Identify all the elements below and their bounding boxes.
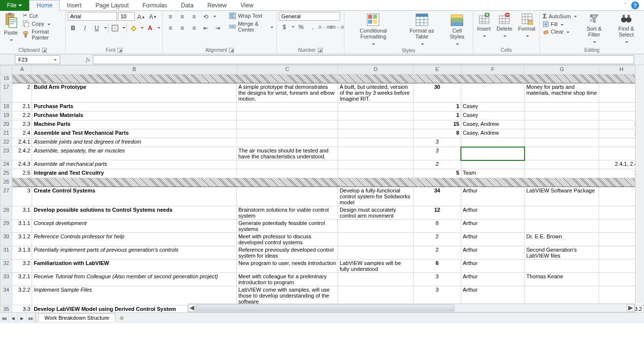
cell-F34[interactable]: Arthur	[461, 286, 525, 305]
cell-B29[interactable]: Concept development	[32, 220, 237, 233]
cell-F32[interactable]: Arthur	[461, 260, 525, 273]
cell-C31[interactable]: Reference previously developed control s…	[236, 246, 338, 260]
cell-A17[interactable]: 2	[12, 83, 32, 103]
cell-E27[interactable]: 34	[414, 187, 461, 206]
shrink-font-button[interactable]: A▼	[148, 12, 158, 22]
row-header[interactable]: 28	[0, 206, 12, 220]
cell-D32[interactable]: LabVIEW samples will be fully understood	[338, 260, 414, 273]
paste-button[interactable]: Paste	[2, 12, 20, 43]
cell-D30[interactable]	[338, 233, 414, 246]
cell-G30[interactable]: Dr. E.E. Brown	[525, 233, 599, 246]
cell-G19[interactable]	[525, 112, 599, 120]
cell-E17[interactable]: 30	[414, 83, 461, 103]
cell-G25[interactable]	[525, 169, 599, 178]
last-sheet-button[interactable]: ⏭	[27, 313, 36, 323]
row-header[interactable]: 32	[0, 260, 12, 273]
cell-G28[interactable]	[525, 206, 599, 220]
cell-A24[interactable]: 2.4.3	[12, 160, 32, 169]
cell-B24[interactable]: Assemble all mechanical parts	[32, 160, 237, 169]
cell-E23[interactable]: 3	[414, 147, 461, 160]
cell-B27[interactable]: Create Control Systems	[32, 187, 237, 206]
cell-B21[interactable]: Assemble and Test Mechanical Parts	[32, 129, 237, 138]
cell-F33[interactable]: Arthur	[461, 273, 525, 286]
col-header-B[interactable]: B	[32, 66, 237, 75]
cell-D31[interactable]	[338, 246, 414, 260]
font-size-select[interactable]	[118, 12, 135, 21]
sort-filter-button[interactable]: AZSort & Filter	[580, 12, 608, 45]
cell-F25[interactable]: Team	[461, 169, 525, 178]
cell-E19[interactable]: 1	[414, 112, 461, 120]
cell-D18[interactable]	[338, 103, 414, 112]
format-painter-button[interactable]: Format Painter	[22, 28, 63, 41]
cell-B31[interactable]: Potentially implement parts of previous …	[32, 246, 237, 260]
percent-button[interactable]: %	[296, 22, 306, 32]
col-header-F[interactable]: F	[461, 66, 525, 75]
cell-D34[interactable]	[338, 286, 414, 305]
cell-C21[interactable]	[236, 129, 338, 138]
bold-button[interactable]: B	[68, 23, 78, 33]
tab-view[interactable]: View	[234, 0, 261, 11]
cell-C17[interactable]: A simple prototype that demonstrates the…	[236, 83, 338, 103]
row-header[interactable]: 33	[0, 273, 12, 286]
find-select-button[interactable]: Find & Select	[610, 12, 642, 45]
fill-color-button[interactable]	[128, 23, 139, 33]
cell-F22[interactable]	[461, 138, 525, 147]
cell-F30[interactable]: Arthur	[461, 233, 525, 246]
wrap-text-button[interactable]: Wrap Text	[228, 12, 274, 20]
cell-F17[interactable]	[461, 83, 525, 103]
cell-styles-button[interactable]: Cell Styles	[443, 12, 470, 47]
row-header[interactable]: 23	[0, 147, 12, 160]
cell-G21[interactable]	[525, 129, 599, 138]
cell-D22[interactable]	[338, 138, 414, 147]
cell-B32[interactable]: Familiarization with LabVIEW	[32, 260, 237, 273]
copy-button[interactable]: Copy	[22, 20, 63, 28]
cell-A20[interactable]: 2.3	[12, 120, 32, 129]
orientation-button[interactable]: ⟲	[200, 12, 211, 22]
cell-C34[interactable]: LabVIEW come with samples, will use thos…	[236, 286, 338, 305]
cell-B25[interactable]: Integrate and Test Circuitry	[32, 169, 237, 178]
clear-button[interactable]: Clear	[542, 28, 578, 35]
cell-C22[interactable]	[236, 138, 338, 147]
tab-page-layout[interactable]: Page Layout	[88, 0, 135, 11]
cell-E29[interactable]: 8	[414, 220, 461, 233]
cell-C23[interactable]: The air muscles should be tested and hav…	[236, 147, 338, 160]
conditional-formatting-button[interactable]: Conditional Formatting	[346, 12, 400, 47]
cell-F20[interactable]: Casey, Andrew	[461, 120, 525, 129]
formula-bar[interactable]	[93, 55, 634, 64]
row-header[interactable]: 34	[0, 286, 12, 305]
cell-C33[interactable]: Meet with colleague for a preliminary in…	[236, 273, 338, 286]
format-cells-button[interactable]: Format	[516, 12, 537, 39]
cell-G29[interactable]	[525, 220, 599, 233]
cell-G34[interactable]	[525, 286, 599, 305]
prev-sheet-button[interactable]: ◄	[9, 313, 18, 323]
cell-C20[interactable]	[236, 120, 338, 129]
cell-G27[interactable]: LabVIEW Software Package	[525, 187, 599, 206]
insert-cells-button[interactable]: Insert	[475, 12, 493, 39]
cell-C27[interactable]	[236, 187, 338, 206]
cell-D29[interactable]	[338, 220, 414, 233]
cell-D24[interactable]	[338, 160, 414, 169]
minimize-ribbon-icon[interactable]: ˇ	[624, 2, 626, 8]
new-sheet-button[interactable]: ⊕	[119, 315, 124, 321]
cut-button[interactable]: ✂Cut	[22, 12, 63, 19]
select-all-corner[interactable]	[0, 66, 12, 75]
clipboard-dialog-launcher[interactable]: ◢	[42, 48, 47, 53]
cell-F23[interactable]	[461, 147, 525, 160]
cell-G20[interactable]	[525, 120, 599, 129]
cell-B30[interactable]: Reference Controls professor for help	[32, 233, 237, 246]
align-top-button[interactable]: ≡	[165, 12, 176, 22]
cell-A29[interactable]: 3.1.1	[12, 220, 32, 233]
cell-B17[interactable]: Build Arm Prototype	[32, 83, 237, 103]
row-header[interactable]: 29	[0, 220, 12, 233]
name-box[interactable]: F23	[15, 55, 60, 64]
cell-D25[interactable]	[338, 169, 414, 178]
col-header-D[interactable]: D	[338, 66, 414, 75]
cell-F28[interactable]: Arthur	[461, 206, 525, 220]
cell-G17[interactable]: Money for parts and materials, machine s…	[525, 83, 599, 103]
comma-button[interactable]: ,	[307, 22, 318, 32]
alignment-dialog-launcher[interactable]: ◢	[229, 48, 234, 53]
cell-E25[interactable]: 5	[414, 169, 461, 178]
col-header-E[interactable]: E	[414, 66, 461, 75]
cell-G31[interactable]: Second Generation's LabVIEW files	[525, 246, 599, 260]
cell-B33[interactable]: Receive Tutorial from Colleague (Also me…	[32, 273, 237, 286]
